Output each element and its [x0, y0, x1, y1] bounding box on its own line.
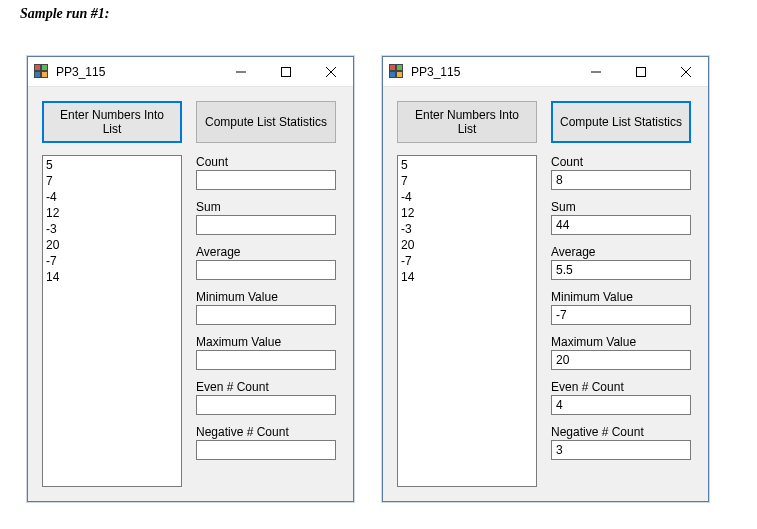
close-button[interactable]	[663, 57, 708, 87]
compute-statistics-button[interactable]: Compute List Statistics	[551, 101, 691, 143]
negative-count-label: Negative # Count	[196, 425, 336, 439]
list-item[interactable]: 7	[46, 173, 178, 189]
min-label: Minimum Value	[196, 290, 336, 304]
minimize-button[interactable]	[573, 57, 618, 87]
list-item[interactable]: 14	[46, 269, 178, 285]
page-caption: Sample run #1:	[20, 6, 109, 22]
negative-count-output[interactable]	[196, 440, 336, 460]
min-label: Minimum Value	[551, 290, 691, 304]
list-item[interactable]: 20	[46, 237, 178, 253]
app-window: PP3_115 Enter Numbers Into List 5 7 -4 1…	[382, 56, 709, 502]
svg-rect-5	[636, 67, 645, 76]
average-output[interactable]	[196, 260, 336, 280]
even-count-output[interactable]	[196, 395, 336, 415]
max-output[interactable]	[196, 350, 336, 370]
sum-label: Sum	[196, 200, 336, 214]
list-item[interactable]: 12	[46, 205, 178, 221]
app-icon	[34, 64, 50, 80]
client-area: Enter Numbers Into List 5 7 -4 12 -3 20 …	[383, 87, 708, 501]
count-output[interactable]: 8	[551, 170, 691, 190]
list-item[interactable]: 20	[401, 237, 533, 253]
list-item[interactable]: -3	[401, 221, 533, 237]
app-window: PP3_115 Enter Numbers Into List 5 7 -4 1…	[27, 56, 354, 502]
negative-count-label: Negative # Count	[551, 425, 691, 439]
list-item[interactable]: -4	[46, 189, 178, 205]
sum-output[interactable]	[196, 215, 336, 235]
min-output[interactable]	[196, 305, 336, 325]
list-item[interactable]: -7	[401, 253, 533, 269]
enter-numbers-button[interactable]: Enter Numbers Into List	[42, 101, 182, 143]
maximize-button[interactable]	[263, 57, 308, 87]
list-item[interactable]: -3	[46, 221, 178, 237]
average-output[interactable]: 5.5	[551, 260, 691, 280]
count-output[interactable]	[196, 170, 336, 190]
max-label: Maximum Value	[551, 335, 691, 349]
list-item[interactable]: 5	[46, 157, 178, 173]
maximize-button[interactable]	[618, 57, 663, 87]
list-item[interactable]: 7	[401, 173, 533, 189]
count-label: Count	[551, 155, 691, 169]
titlebar: PP3_115	[383, 57, 708, 87]
minimize-button[interactable]	[218, 57, 263, 87]
min-output[interactable]: -7	[551, 305, 691, 325]
window-title: PP3_115	[411, 65, 460, 79]
average-label: Average	[196, 245, 336, 259]
even-count-label: Even # Count	[196, 380, 336, 394]
list-item[interactable]: -7	[46, 253, 178, 269]
count-label: Count	[196, 155, 336, 169]
list-item[interactable]: 5	[401, 157, 533, 173]
list-item[interactable]: 14	[401, 269, 533, 285]
negative-count-output[interactable]: 3	[551, 440, 691, 460]
enter-numbers-button[interactable]: Enter Numbers Into List	[397, 101, 537, 143]
list-item[interactable]: -4	[401, 189, 533, 205]
sum-label: Sum	[551, 200, 691, 214]
max-output[interactable]: 20	[551, 350, 691, 370]
list-item[interactable]: 12	[401, 205, 533, 221]
svg-rect-1	[281, 67, 290, 76]
windows-container: PP3_115 Enter Numbers Into List 5 7 -4 1…	[27, 56, 709, 502]
titlebar: PP3_115	[28, 57, 353, 87]
even-count-output[interactable]: 4	[551, 395, 691, 415]
numbers-listbox[interactable]: 5 7 -4 12 -3 20 -7 14	[42, 155, 182, 487]
app-icon	[389, 64, 405, 80]
numbers-listbox[interactable]: 5 7 -4 12 -3 20 -7 14	[397, 155, 537, 487]
average-label: Average	[551, 245, 691, 259]
close-button[interactable]	[308, 57, 353, 87]
sum-output[interactable]: 44	[551, 215, 691, 235]
max-label: Maximum Value	[196, 335, 336, 349]
client-area: Enter Numbers Into List 5 7 -4 12 -3 20 …	[28, 87, 353, 501]
even-count-label: Even # Count	[551, 380, 691, 394]
window-title: PP3_115	[56, 65, 105, 79]
compute-statistics-button[interactable]: Compute List Statistics	[196, 101, 336, 143]
